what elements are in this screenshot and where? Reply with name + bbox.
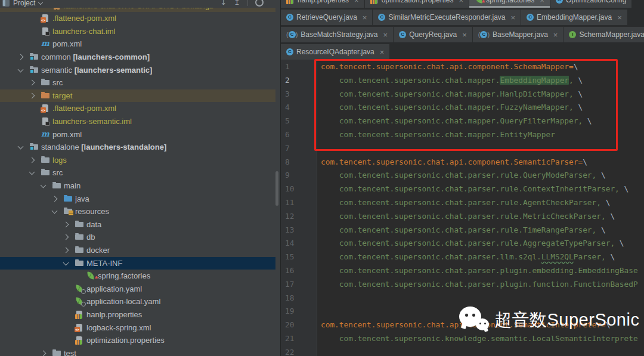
tree-scrollbar-thumb[interactable] xyxy=(275,171,278,206)
tab-optimization-properties[interactable]: optimization.properties× xyxy=(365,0,469,8)
tree-item-standalone[interactable]: standalone [launchers-standalone] xyxy=(0,141,275,154)
line-number: 15 xyxy=(285,250,294,264)
tree-item-label: pom.xml xyxy=(52,39,82,48)
abstract-class-icon: (C) xyxy=(286,31,298,38)
chevron-right-icon[interactable] xyxy=(29,92,35,98)
spring-yaml-icon xyxy=(75,298,85,306)
tree-item-main[interactable]: main xyxy=(0,179,275,193)
tree-item-label: common [launchers-common] xyxy=(41,52,150,61)
tree-item-common[interactable]: common [launchers-common] xyxy=(0,51,275,64)
chevron-down-icon[interactable] xyxy=(18,144,24,150)
tab-label: hanlp.properties xyxy=(298,0,349,4)
tree-item-flattened-pom-xml[interactable]: .flattened-pom.xml xyxy=(0,12,275,25)
tree-item-label: docker xyxy=(86,246,110,255)
tab-label: RetrieveQuery.java xyxy=(296,13,357,21)
tab-optimizationconfig[interactable]: COptimizationConfig xyxy=(550,0,632,8)
settings-gear-icon[interactable] xyxy=(255,0,264,7)
tree-item-application-local-yaml[interactable]: application-local.yaml xyxy=(0,295,275,308)
chevron-down-icon[interactable] xyxy=(41,182,47,188)
tab-row-1: hanlp.properties×optimization.properties… xyxy=(281,0,644,8)
chevron-right-icon[interactable] xyxy=(52,196,58,202)
tree-item-application-yaml[interactable]: application.yaml xyxy=(0,283,275,296)
class-icon: C xyxy=(286,14,293,21)
tab-retrievequery-java[interactable]: CRetrieveQuery.java× xyxy=(281,10,373,25)
tree-item-db[interactable]: db xyxy=(0,231,275,244)
close-tab-icon[interactable]: × xyxy=(511,13,516,22)
tree-item-label: application.yaml xyxy=(86,284,142,293)
tree-item-launchers-semantic-iml[interactable]: launchers-semantic.iml xyxy=(0,115,275,128)
tree-item-pom-xml[interactable]: mpom.xml xyxy=(0,128,275,141)
close-tab-icon[interactable]: × xyxy=(462,30,467,39)
tree-item-data[interactable]: data xyxy=(0,218,275,231)
tree-item-meta-inf[interactable]: META-INF xyxy=(0,257,275,270)
expand-all-icon[interactable]: ↧ xyxy=(220,0,227,7)
folder-icon xyxy=(75,221,85,229)
tree-item-docker[interactable]: docker xyxy=(0,244,275,257)
chevron-right-icon[interactable] xyxy=(63,221,69,227)
module-name-suffix: [launchers-standalone] xyxy=(79,143,167,151)
tree-item-semantic[interactable]: semantic [launchers-semantic] xyxy=(0,64,275,77)
folder-icon xyxy=(75,259,85,268)
red-annotation-box xyxy=(314,59,618,151)
tree-item-logback-spring-xml[interactable]: logback-spring.xml xyxy=(0,321,275,335)
tree-item-optimization-properties[interactable]: optimization.properties xyxy=(0,334,275,347)
chevron-right-icon[interactable] xyxy=(29,157,35,163)
chevron-right-icon[interactable] xyxy=(18,54,24,60)
tree-item-launchers-chat-iml[interactable]: launchers-chat.iml xyxy=(0,25,275,38)
collapse-all-icon[interactable]: ↥ xyxy=(234,0,240,7)
tree-item-test[interactable]: test xyxy=(0,347,275,356)
tab-row-3: (C)BaseMatchStrategy.java×CQueryReq.java… xyxy=(281,27,644,42)
chevron-down-icon[interactable] xyxy=(63,259,69,265)
chevron-right-icon[interactable] xyxy=(63,247,69,253)
close-tab-icon[interactable]: × xyxy=(617,13,622,22)
tree-item-java[interactable]: java xyxy=(0,193,275,206)
close-tab-icon[interactable]: × xyxy=(459,0,463,5)
tree-item-src[interactable]: src xyxy=(0,166,275,179)
tree-item-label: spring.factories xyxy=(98,271,150,280)
project-panel-title: Project xyxy=(13,0,35,7)
tab-queryreq-java[interactable]: CQueryReq.java× xyxy=(394,27,473,42)
line-number: 14 xyxy=(285,237,294,250)
code-line-11: com.tencent.supersonic.chat.parser.rule.… xyxy=(321,196,610,210)
chevron-right-icon[interactable] xyxy=(63,234,69,240)
tree-item-pom-xml[interactable]: mpom.xml xyxy=(0,38,275,51)
close-tab-icon[interactable]: × xyxy=(354,0,359,5)
tree-item-logs[interactable]: logs xyxy=(0,154,275,167)
tab-spring-factories[interactable]: *spring.factories× xyxy=(469,0,550,8)
chevron-down-icon[interactable] xyxy=(52,208,58,214)
tab-embeddingmapper-java[interactable]: CEmbeddingMapper.java× xyxy=(521,10,628,25)
code-line-15: com.tencent.supersonic.chat.parser.llm.s… xyxy=(321,250,615,264)
tab-label: EmbeddingMapper.java xyxy=(537,13,612,21)
tab-label: SimilarMetricExecuteResponder.java xyxy=(388,13,505,21)
tab-resourceiqadapter-java[interactable]: CResourceIQAdapter.java× xyxy=(281,44,390,60)
tab-row-2: CRetrieveQuery.java×CSimilarMetricExecut… xyxy=(281,10,644,25)
close-tab-icon[interactable]: × xyxy=(363,13,367,22)
tab-hanlp-properties[interactable]: hanlp.properties× xyxy=(281,0,365,8)
chevron-right-icon[interactable] xyxy=(41,350,47,356)
tree-item-flattened-pom-xml[interactable]: .flattened-pom.xml xyxy=(0,102,275,115)
tab-schemamapper-java[interactable]: ISchemaMapper.java xyxy=(564,27,644,42)
close-tab-icon[interactable]: × xyxy=(380,48,385,57)
chevron-right-icon[interactable] xyxy=(29,80,35,86)
tab-similarmetricexecuteresponder-java[interactable]: CSimilarMetricExecuteResponder.java× xyxy=(373,10,521,25)
chevron-down-icon[interactable] xyxy=(38,0,43,5)
close-tab-icon[interactable]: × xyxy=(553,30,558,39)
close-tab-icon[interactable]: × xyxy=(540,0,544,5)
project-tool-window-icon xyxy=(2,0,10,7)
close-tab-icon[interactable]: × xyxy=(383,30,388,39)
chevron-down-icon[interactable] xyxy=(18,66,24,72)
folder-icon xyxy=(41,156,51,165)
tree-item-target[interactable]: target xyxy=(0,89,275,103)
chevron-down-icon[interactable] xyxy=(29,169,35,175)
tree-item-src[interactable]: src xyxy=(0,76,275,89)
module-icon xyxy=(30,66,39,75)
tab-basemapper-java[interactable]: (C)BaseMapper.java× xyxy=(473,27,564,42)
tab-label: QueryReq.java xyxy=(409,30,457,39)
tree-item-hanlp-properties[interactable]: hanlp.properties xyxy=(0,308,275,321)
tab-basematchstrategy-java[interactable]: (C)BaseMatchStrategy.java× xyxy=(281,27,394,42)
tree-item-spring-factories[interactable]: *spring.factories xyxy=(0,270,275,283)
tree-item-label: META-INF xyxy=(86,259,122,268)
line-number: 18 xyxy=(285,292,294,305)
line-number: 12 xyxy=(285,210,294,224)
tree-item-resources[interactable]: resources xyxy=(0,205,275,218)
